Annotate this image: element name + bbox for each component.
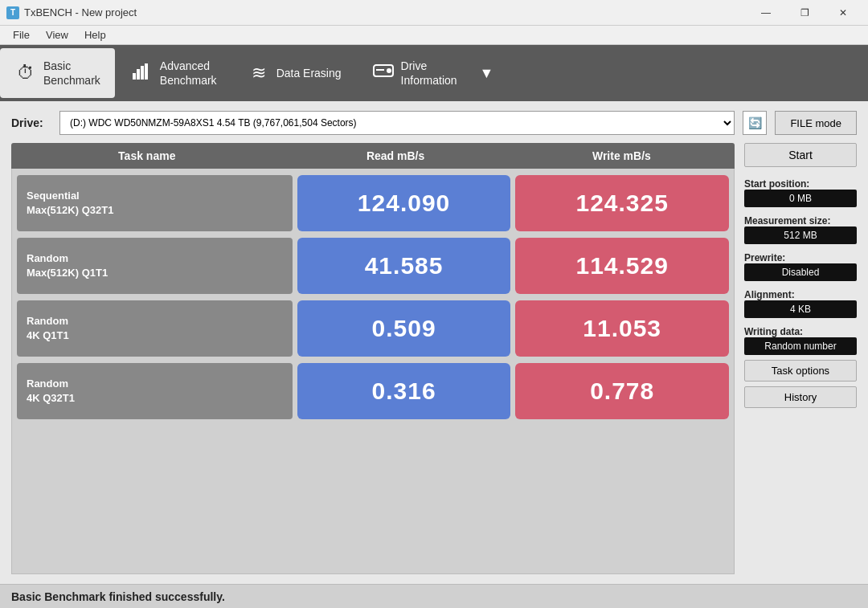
task-cell-3: Random4K Q1T1	[17, 300, 293, 357]
write-value-2: 114.529	[575, 252, 668, 280]
basic-benchmark-icon: ⏱	[14, 63, 37, 84]
basic-benchmark-label: BasicBenchmark	[43, 59, 100, 88]
read-value-3: 0.509	[372, 315, 436, 342]
advanced-benchmark-label: AdvancedBenchmark	[160, 59, 217, 88]
menu-file[interactable]: File	[6, 27, 36, 43]
benchmark-area: Task name Read mB/s Write mB/s Sequentia…	[11, 143, 857, 574]
write-cell-4: 0.778	[515, 363, 729, 419]
status-bar: Basic Benchmark finished successfully.	[0, 584, 868, 608]
toolbar-btn-erasing[interactable]: ≋ Data Erasing	[233, 48, 356, 98]
write-cell-1: 124.325	[515, 175, 729, 231]
task-options-button[interactable]: Task options	[744, 360, 857, 382]
table-body: SequentialMax(512K) Q32T1 124.090 124.32…	[11, 169, 735, 574]
refresh-icon: 🔄	[748, 116, 762, 129]
writing-data-value: Random number	[744, 337, 857, 355]
drive-label: Drive:	[11, 116, 51, 129]
read-value-4: 0.316	[372, 377, 436, 405]
dropdown-arrow-icon: ▼	[480, 65, 494, 82]
prewrite-label: Prewrite:	[744, 252, 857, 263]
table-row: RandomMax(512K) Q1T1 41.585 114.529	[12, 238, 734, 294]
main-content: Drive: (D:) WDC WD50NMZM-59A8XS1 4.54 TB…	[0, 101, 868, 584]
drive-refresh-button[interactable]: 🔄	[743, 111, 767, 135]
file-mode-button[interactable]: FILE mode	[775, 111, 857, 135]
read-cell-4: 0.316	[297, 363, 511, 419]
title-bar: T TxBENCH - New project — ❐ ✕	[0, 0, 868, 26]
toolbar-dropdown-btn[interactable]: ▼	[473, 48, 501, 98]
window-controls: — ❐ ✕	[747, 2, 862, 24]
menu-bar: File View Help	[0, 26, 868, 45]
prewrite-value: Disabled	[744, 263, 857, 281]
close-button[interactable]: ✕	[825, 2, 862, 24]
read-cell-3: 0.509	[297, 300, 511, 357]
svg-point-5	[387, 68, 391, 73]
read-value-2: 41.585	[365, 252, 444, 280]
drive-information-label: DriveInformation	[401, 59, 457, 88]
task-cell-1: SequentialMax(512K) Q32T1	[17, 175, 293, 231]
drive-information-icon	[372, 62, 395, 84]
toolbar-btn-basic[interactable]: ⏱ BasicBenchmark	[0, 48, 115, 98]
data-erasing-icon: ≋	[248, 63, 270, 84]
svg-rect-6	[376, 69, 384, 71]
svg-rect-0	[133, 73, 136, 80]
col-header-write: Write mB/s	[509, 149, 735, 162]
read-value-1: 124.090	[358, 190, 450, 217]
svg-rect-2	[141, 66, 144, 80]
write-cell-3: 11.053	[515, 300, 729, 357]
data-erasing-label: Data Erasing	[276, 66, 342, 80]
col-header-task: Task name	[11, 149, 283, 162]
writing-data-label: Writing data:	[744, 326, 857, 337]
write-value-3: 11.053	[583, 315, 661, 342]
measurement-size-label: Measurement size:	[744, 215, 857, 226]
menu-view[interactable]: View	[39, 27, 75, 43]
start-position-value: 0 MB	[744, 190, 857, 207]
window-title: TxBENCH - New project	[24, 6, 137, 18]
restore-button[interactable]: ❐	[786, 2, 823, 24]
read-cell-1: 124.090	[297, 175, 511, 231]
toolbar-btn-drive[interactable]: DriveInformation	[358, 48, 472, 98]
table-row: Random4K Q1T1 0.509 11.053	[12, 300, 734, 357]
minimize-button[interactable]: —	[747, 2, 784, 24]
drive-select[interactable]: (D:) WDC WD50NMZM-59A8XS1 4.54 TB (9,767…	[59, 111, 735, 135]
measurement-size-value: 512 MB	[744, 226, 857, 244]
drive-row: Drive: (D:) WDC WD50NMZM-59A8XS1 4.54 TB…	[11, 111, 857, 135]
advanced-benchmark-icon	[131, 62, 154, 84]
write-cell-2: 114.529	[515, 238, 729, 294]
table-row: SequentialMax(512K) Q32T1 124.090 124.32…	[12, 175, 734, 231]
status-text: Basic Benchmark finished successfully.	[11, 590, 225, 603]
sidebar: Start Start position: 0 MB Measurement s…	[744, 143, 857, 574]
read-cell-2: 41.585	[297, 238, 511, 294]
alignment-label: Alignment:	[744, 289, 857, 300]
menu-help[interactable]: Help	[78, 27, 113, 43]
benchmark-table: Task name Read mB/s Write mB/s Sequentia…	[11, 143, 735, 574]
svg-rect-3	[145, 63, 148, 80]
write-value-1: 124.325	[575, 190, 668, 217]
table-header: Task name Read mB/s Write mB/s	[11, 143, 735, 169]
start-position-label: Start position:	[744, 178, 857, 190]
toolbar: ⏱ BasicBenchmark AdvancedBenchmark ≋ Dat…	[0, 45, 868, 101]
toolbar-btn-advanced[interactable]: AdvancedBenchmark	[117, 48, 231, 98]
history-button[interactable]: History	[744, 386, 857, 408]
table-row: Random4K Q32T1 0.316 0.778	[12, 363, 734, 419]
write-value-4: 0.778	[590, 377, 654, 405]
app-icon: T	[6, 6, 19, 19]
task-cell-4: Random4K Q32T1	[17, 363, 293, 419]
col-header-read: Read mB/s	[283, 149, 509, 162]
start-button[interactable]: Start	[744, 143, 857, 167]
alignment-value: 4 KB	[744, 300, 857, 318]
svg-rect-1	[137, 69, 140, 80]
task-cell-2: RandomMax(512K) Q1T1	[17, 238, 293, 294]
